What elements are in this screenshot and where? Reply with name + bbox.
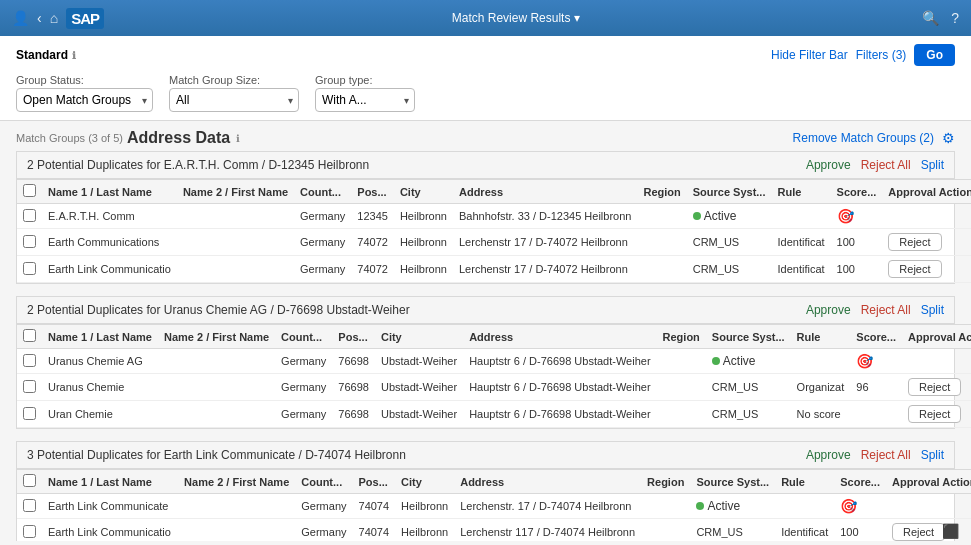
row-name1: E.A.R.T.H. Comm bbox=[42, 204, 177, 229]
group2-split-btn[interactable]: Split bbox=[921, 303, 944, 317]
col-action: Approval Action bbox=[886, 470, 971, 494]
row-checkbox[interactable] bbox=[23, 499, 36, 512]
breadcrumb: Match Groups (3 of 5) bbox=[16, 132, 123, 144]
row-pos: 74072 bbox=[351, 229, 394, 256]
row-city: Ubstadt-Weiher bbox=[375, 401, 463, 428]
group-type-select[interactable]: With A... bbox=[315, 88, 415, 112]
row-pos: 74074 bbox=[353, 494, 396, 519]
help-icon[interactable]: ? bbox=[951, 10, 959, 26]
row-checkbox[interactable] bbox=[23, 380, 36, 393]
row-country: Germany bbox=[294, 229, 351, 256]
row-region bbox=[641, 519, 690, 542]
col-address: Address bbox=[453, 180, 637, 204]
reject-button[interactable]: Reject bbox=[892, 523, 945, 541]
back-icon[interactable]: ‹ bbox=[37, 10, 42, 26]
row-country: Germany bbox=[275, 374, 332, 401]
row-name2 bbox=[177, 204, 294, 229]
col-source: Source Syst... bbox=[706, 325, 791, 349]
table-row: Earth Link Communicatio Germany 74072 He… bbox=[17, 256, 971, 283]
group3-approve-btn[interactable]: Approve bbox=[806, 448, 851, 462]
col-country: Count... bbox=[294, 180, 351, 204]
col-country: Count... bbox=[295, 470, 352, 494]
row-name2 bbox=[178, 519, 295, 542]
row-action bbox=[902, 349, 971, 374]
match-group-size-select[interactable]: All bbox=[169, 88, 299, 112]
person-icon[interactable]: 👤 bbox=[12, 10, 29, 26]
row-region bbox=[637, 229, 686, 256]
col-pos: Pos... bbox=[353, 470, 396, 494]
group1-reject-all-btn[interactable]: Reject All bbox=[861, 158, 911, 172]
group1-select-all[interactable] bbox=[23, 184, 36, 197]
match-groups-container: 2 Potential Duplicates for E.A.R.T.H. Co… bbox=[0, 151, 971, 541]
address-data-title: Address Data bbox=[127, 129, 230, 147]
group-status-select[interactable]: Open Match Groups bbox=[16, 88, 153, 112]
table-row: E.A.R.T.H. Comm Germany 12345 Heilbronn … bbox=[17, 204, 971, 229]
group-type-label: Group type: bbox=[315, 74, 415, 86]
row-rule: Organizat bbox=[791, 374, 851, 401]
row-action: Reject bbox=[902, 374, 971, 401]
row-address: Bahnhofstr. 33 / D-12345 Heilbronn bbox=[453, 204, 637, 229]
group2-select-all[interactable] bbox=[23, 329, 36, 342]
row-checkbox[interactable] bbox=[23, 407, 36, 420]
group1-table: Name 1 / Last Name Name 2 / First Name C… bbox=[17, 179, 971, 283]
row-region bbox=[657, 349, 706, 374]
col-score: Score... bbox=[831, 180, 883, 204]
hide-filter-bar-link[interactable]: Hide Filter Bar bbox=[771, 48, 848, 62]
row-rule bbox=[771, 204, 830, 229]
go-button[interactable]: Go bbox=[914, 44, 955, 66]
row-source: CRM_US bbox=[706, 401, 791, 428]
group-status-label: Group Status: bbox=[16, 74, 153, 86]
target-icon: 🎯 bbox=[856, 353, 873, 369]
row-checkbox[interactable] bbox=[23, 235, 36, 248]
reject-button[interactable]: Reject bbox=[908, 378, 961, 396]
group2-approve-btn[interactable]: Approve bbox=[806, 303, 851, 317]
row-name1: Uranus Chemie AG bbox=[42, 349, 158, 374]
col-city: City bbox=[375, 325, 463, 349]
group2-table: Name 1 / Last Name Name 2 / First Name C… bbox=[17, 324, 971, 428]
row-address: Lerchenstr 117 / D-74074 Heilbronn bbox=[454, 519, 641, 542]
reject-button[interactable]: Reject bbox=[908, 405, 961, 423]
col-address: Address bbox=[463, 325, 656, 349]
row-name2 bbox=[177, 229, 294, 256]
table-row: Earth Link Communicatio Germany 74074 He… bbox=[17, 519, 971, 542]
group1-split-btn[interactable]: Split bbox=[921, 158, 944, 172]
row-pos: 76698 bbox=[332, 349, 375, 374]
group2-reject-all-btn[interactable]: Reject All bbox=[861, 303, 911, 317]
home-icon[interactable]: ⌂ bbox=[50, 10, 58, 26]
col-action: Approval Action bbox=[902, 325, 971, 349]
row-address: Lerchenstr 17 / D-74072 Heilbronn bbox=[453, 256, 637, 283]
group1-approve-btn[interactable]: Approve bbox=[806, 158, 851, 172]
col-name1: Name 1 / Last Name bbox=[42, 470, 178, 494]
row-score: 🎯 bbox=[834, 494, 886, 519]
search-icon[interactable]: 🔍 bbox=[922, 10, 939, 26]
row-name2 bbox=[158, 401, 275, 428]
export-icon[interactable]: ⬛ bbox=[942, 523, 959, 539]
row-city: Heilbronn bbox=[395, 519, 454, 542]
col-city: City bbox=[395, 470, 454, 494]
row-city: Heilbronn bbox=[394, 256, 453, 283]
row-checkbox[interactable] bbox=[23, 525, 36, 538]
row-region bbox=[637, 256, 686, 283]
row-source: CRM_US bbox=[706, 374, 791, 401]
row-rule bbox=[775, 494, 834, 519]
page-title-bar: Match Groups (3 of 5) Address Data ℹ Rem… bbox=[0, 121, 971, 151]
row-rule: Identificat bbox=[771, 229, 830, 256]
row-checkbox[interactable] bbox=[23, 354, 36, 367]
row-checkbox[interactable] bbox=[23, 209, 36, 222]
col-region: Region bbox=[637, 180, 686, 204]
filters-link[interactable]: Filters (3) bbox=[856, 48, 907, 62]
reject-button[interactable]: Reject bbox=[888, 233, 941, 251]
row-checkbox[interactable] bbox=[23, 262, 36, 275]
remove-match-groups-link[interactable]: Remove Match Groups (2) bbox=[793, 131, 934, 145]
row-score: 🎯 bbox=[831, 204, 883, 229]
group3-reject-all-btn[interactable]: Reject All bbox=[861, 448, 911, 462]
reject-button[interactable]: Reject bbox=[888, 260, 941, 278]
row-score: 96 bbox=[850, 374, 902, 401]
settings-icon[interactable]: ⚙ bbox=[942, 130, 955, 146]
active-dot bbox=[693, 212, 701, 220]
row-rule: No score bbox=[791, 401, 851, 428]
group3-select-all[interactable] bbox=[23, 474, 36, 487]
col-name1: Name 1 / Last Name bbox=[42, 180, 177, 204]
row-region bbox=[657, 401, 706, 428]
group3-split-btn[interactable]: Split bbox=[921, 448, 944, 462]
